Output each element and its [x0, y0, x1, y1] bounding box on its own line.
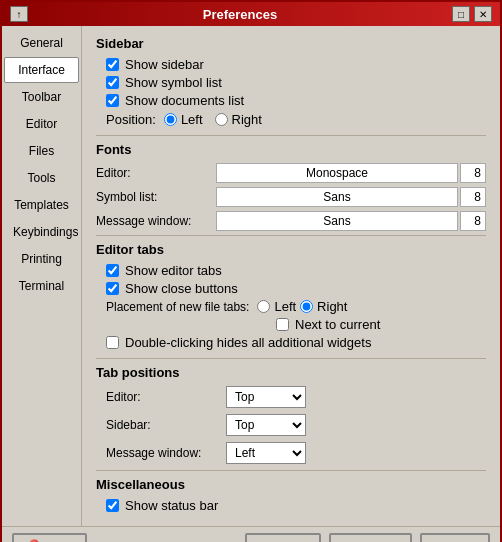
placement-row: Placement of new file tabs: Left Right — [106, 299, 486, 314]
titlebar-maximize-btn[interactable]: □ — [452, 6, 470, 22]
position-left-radio[interactable] — [164, 113, 177, 126]
symbol-font-label: Symbol list: — [96, 190, 216, 204]
nav-interface[interactable]: Interface — [4, 57, 79, 83]
position-left-label: Left — [181, 112, 203, 127]
sidebar-tab-pos-label: Sidebar: — [106, 418, 226, 432]
titlebar-close-btn[interactable]: ✕ — [474, 6, 492, 22]
placement-right-radio[interactable] — [300, 300, 313, 313]
symbol-font-size[interactable]: 8 — [460, 187, 486, 207]
titlebar-left-controls: ↑ — [10, 6, 28, 22]
show-sidebar-row: Show sidebar — [106, 57, 486, 72]
nav-tools[interactable]: Tools — [4, 165, 79, 191]
message-tab-pos-select[interactable]: Top Bottom Left Right — [226, 442, 306, 464]
sidebar-tab-pos-dropdown-wrap: Top Bottom Left Right — [226, 414, 306, 436]
symbol-font-display: Sans — [216, 187, 458, 207]
tab-positions-section-title: Tab positions — [96, 365, 486, 380]
message-tab-pos-dropdown-wrap: Top Bottom Left Right — [226, 442, 306, 464]
editor-font-size[interactable]: 8 — [460, 163, 486, 183]
double-click-checkbox[interactable] — [106, 336, 119, 349]
editor-tabs-section-title: Editor tabs — [96, 242, 486, 257]
titlebar-right-controls: □ ✕ — [452, 6, 492, 22]
placement-left-radio[interactable] — [257, 300, 270, 313]
next-to-current-row: Next to current — [276, 317, 486, 332]
show-editor-tabs-checkbox[interactable] — [106, 264, 119, 277]
show-close-buttons-row: Show close buttons — [106, 281, 486, 296]
show-symbol-list-row: Show symbol list — [106, 75, 486, 90]
next-to-current-checkbox[interactable] — [276, 318, 289, 331]
content-area: Sidebar Show sidebar Show symbol list Sh… — [82, 26, 500, 526]
editor-font-row: Editor: Monospace 8 — [96, 163, 486, 183]
position-row: Position: Left Right — [106, 112, 486, 127]
placement-right-label: Right — [317, 299, 347, 314]
sidebar-tab-pos-row: Sidebar: Top Bottom Left Right — [106, 414, 486, 436]
position-radio-group: Left Right — [164, 112, 262, 127]
placement-right-item[interactable]: Right — [300, 299, 347, 314]
message-font-display: Sans — [216, 211, 458, 231]
double-click-label: Double-clicking hides all additional wid… — [125, 335, 371, 350]
show-documents-list-checkbox[interactable] — [106, 94, 119, 107]
show-close-buttons-label: Show close buttons — [125, 281, 238, 296]
show-status-bar-label: Show status bar — [125, 498, 218, 513]
double-click-row: Double-clicking hides all additional wid… — [106, 335, 486, 350]
nav-editor[interactable]: Editor — [4, 111, 79, 137]
show-documents-list-label: Show documents list — [125, 93, 244, 108]
show-close-buttons-checkbox[interactable] — [106, 282, 119, 295]
show-symbol-list-label: Show symbol list — [125, 75, 222, 90]
cancel-button[interactable]: ✖ Cancel — [329, 533, 412, 542]
show-documents-list-row: Show documents list — [106, 93, 486, 108]
nav-general[interactable]: General — [4, 30, 79, 56]
show-sidebar-checkbox[interactable] — [106, 58, 119, 71]
sidebar-tab-pos-select[interactable]: Top Bottom Left Right — [226, 414, 306, 436]
editor-tab-pos-label: Editor: — [106, 390, 226, 404]
position-right-label: Right — [232, 112, 262, 127]
fonts-section-title: Fonts — [96, 142, 486, 157]
apply-button[interactable]: ✔ Apply — [245, 533, 321, 542]
divider-2 — [96, 235, 486, 236]
ok-button[interactable]: ↵ OK — [420, 533, 490, 542]
editor-tab-pos-dropdown-wrap: Top Bottom Left Right — [226, 386, 306, 408]
message-font-label: Message window: — [96, 214, 216, 228]
divider-4 — [96, 470, 486, 471]
sidebar-nav: General Interface Toolbar Editor Files T… — [2, 26, 82, 526]
nav-templates[interactable]: Templates — [4, 192, 79, 218]
divider-1 — [96, 135, 486, 136]
nav-keybindings[interactable]: Keybindings — [4, 219, 79, 245]
message-tab-pos-row: Message window: Top Bottom Left Right — [106, 442, 486, 464]
show-editor-tabs-row: Show editor tabs — [106, 263, 486, 278]
show-symbol-list-checkbox[interactable] — [106, 76, 119, 89]
next-to-current-label: Next to current — [295, 317, 380, 332]
editor-font-display: Monospace — [216, 163, 458, 183]
position-right-item[interactable]: Right — [215, 112, 262, 127]
help-button[interactable]: ❓ Help — [12, 533, 87, 542]
show-status-bar-row: Show status bar — [106, 498, 486, 513]
placement-left-label: Left — [274, 299, 296, 314]
footer-right-buttons: ✔ Apply ✖ Cancel ↵ OK — [245, 533, 490, 542]
nav-terminal[interactable]: Terminal — [4, 273, 79, 299]
message-font-size[interactable]: 8 — [460, 211, 486, 231]
sidebar-section-title: Sidebar — [96, 36, 486, 51]
nav-files[interactable]: Files — [4, 138, 79, 164]
placement-label: Placement of new file tabs: — [106, 300, 249, 314]
message-font-row: Message window: Sans 8 — [96, 211, 486, 231]
misc-section-title: Miscellaneous — [96, 477, 486, 492]
nav-printing[interactable]: Printing — [4, 246, 79, 272]
editor-tab-pos-row: Editor: Top Bottom Left Right — [106, 386, 486, 408]
footer-bar: ❓ Help ✔ Apply ✖ Cancel ↵ OK — [2, 526, 500, 542]
nav-toolbar[interactable]: Toolbar — [4, 84, 79, 110]
position-label: Position: — [106, 112, 156, 127]
window-title: Preferences — [28, 7, 452, 22]
show-editor-tabs-label: Show editor tabs — [125, 263, 222, 278]
show-sidebar-label: Show sidebar — [125, 57, 204, 72]
editor-tab-pos-select[interactable]: Top Bottom Left Right — [226, 386, 306, 408]
divider-3 — [96, 358, 486, 359]
main-content: General Interface Toolbar Editor Files T… — [2, 26, 500, 526]
titlebar-up-btn[interactable]: ↑ — [10, 6, 28, 22]
position-right-radio[interactable] — [215, 113, 228, 126]
show-status-bar-checkbox[interactable] — [106, 499, 119, 512]
editor-font-label: Editor: — [96, 166, 216, 180]
message-tab-pos-label: Message window: — [106, 446, 226, 460]
preferences-window: ↑ Preferences □ ✕ General Interface Tool… — [0, 0, 502, 542]
symbol-font-row: Symbol list: Sans 8 — [96, 187, 486, 207]
position-left-item[interactable]: Left — [164, 112, 203, 127]
placement-left-item[interactable]: Left — [257, 299, 296, 314]
